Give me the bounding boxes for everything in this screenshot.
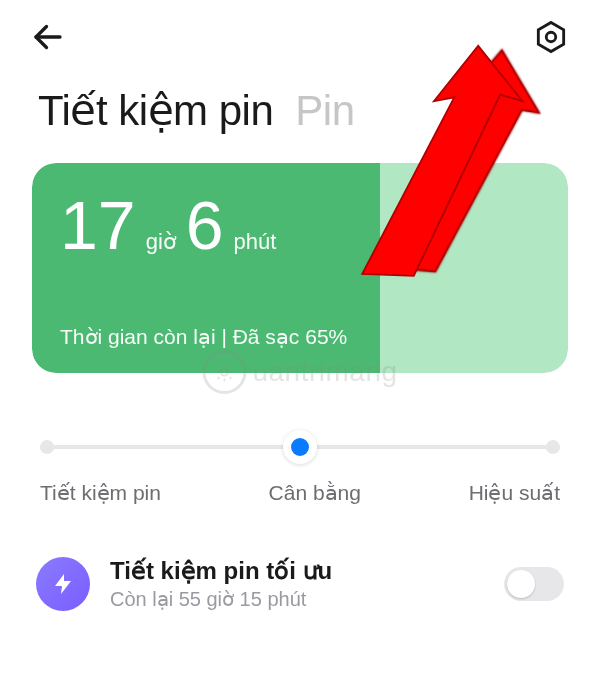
slider-thumb[interactable] [283,430,317,464]
settings-icon[interactable] [532,18,570,56]
svg-line-9 [229,377,231,379]
slider-label-saver: Tiết kiệm pin [40,481,161,505]
slider-dot [40,440,54,454]
slider-labels: Tiết kiệm pin Cân bằng Hiệu suất [40,481,560,505]
battery-card[interactable]: 17 giờ 6 phút Thời gian còn lại | Đã sạc… [32,163,568,373]
slider-label-balanced: Cân bằng [269,481,361,505]
tab-row: Tiết kiệm pin Pin [0,66,600,163]
ultra-saver-sub: Còn lại 55 giờ 15 phút [110,587,484,611]
slider-label-performance: Hiệu suất [469,481,560,505]
svg-point-2 [546,32,556,42]
mode-slider[interactable] [40,429,560,465]
battery-card-remainder [380,163,568,373]
toggle-knob [507,570,535,598]
tab-battery[interactable]: Pin [295,87,354,135]
ultra-saver-toggle[interactable] [504,567,564,601]
slider-thumb-inner [291,438,309,456]
ultra-saver-title: Tiết kiệm pin tối ưu [110,557,484,585]
battery-card-info: 17 giờ 6 phút Thời gian còn lại | Đã sạc… [32,163,380,373]
time-remaining: 17 giờ 6 phút [60,191,356,259]
minutes-value: 6 [186,191,224,259]
bolt-icon [36,557,90,611]
slider-dot [546,440,560,454]
minutes-unit: phút [234,229,277,255]
svg-marker-1 [538,22,563,51]
svg-line-10 [218,377,220,379]
ultra-saver-row[interactable]: Tiết kiệm pin tối ưu Còn lại 55 giờ 15 p… [36,557,564,611]
back-icon[interactable] [30,19,66,55]
hours-value: 17 [60,191,136,259]
tab-battery-saver[interactable]: Tiết kiệm pin [38,86,273,135]
hours-unit: giờ [146,229,176,255]
battery-status-text: Thời gian còn lại | Đã sạc 65% [60,325,356,349]
